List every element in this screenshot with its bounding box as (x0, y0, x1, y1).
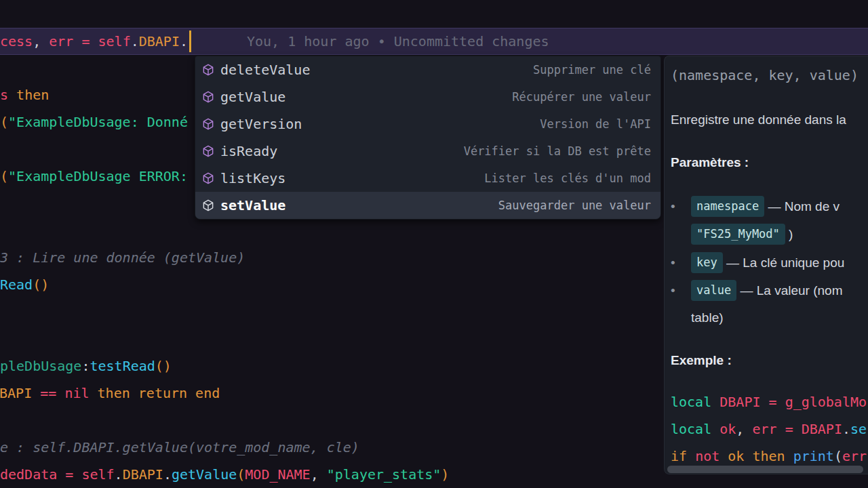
method-description: Enregistre une donnée dans la (671, 110, 846, 129)
suggestion-docs-panel: (namespace, key, value) Enregistre une d… (664, 56, 868, 474)
param-item: •namespace — Nom de v (671, 196, 840, 215)
code-line-comment: e : self.DBAPI.getValue(votre_mod_name, … (0, 434, 359, 461)
param-item-continuation: table) (671, 308, 724, 327)
code-line: ("ExampleDbUsage: Donné (0, 108, 188, 136)
bullet-icon: • (671, 253, 691, 272)
code-line: ("ExampleDbUsage ERROR: (0, 163, 188, 190)
method-cube-icon (202, 199, 214, 211)
example-code-line: local ok, err = DBAPI.se (671, 420, 867, 439)
example-code-line: local DBAPI = g_globalMo (671, 392, 867, 411)
code-line: DBAPI == nil then return end (0, 380, 220, 407)
suggestion-label: deleteValue (220, 62, 310, 78)
param-example-chip: "FS25_MyMod" (691, 224, 785, 245)
param-item: •value — La valeur (nom (671, 280, 842, 299)
suggestion-item[interactable]: listKeys Lister les clés d'un mod (195, 165, 660, 192)
method-cube-icon (202, 145, 214, 157)
code-editor: s then ("ExampleDbUsage: Donné ("Example… (0, 0, 868, 488)
bullet-icon: • (671, 281, 691, 300)
code-line: dedData = self.DBAPI.getValue(MOD_NAME, … (0, 461, 449, 488)
param-text: — La valeur (nom (736, 283, 842, 298)
method-cube-icon (202, 91, 214, 103)
suggestion-item[interactable]: deleteValue Supprimer une clé (195, 56, 660, 83)
text-cursor (189, 30, 191, 52)
param-text: table) (691, 310, 724, 325)
suggestion-label: isReady (220, 143, 277, 159)
suggestion-detail: Lister les clés d'un mod (484, 171, 651, 185)
suggestion-item[interactable]: getVersion Version de l'API (195, 110, 660, 138)
method-cube-icon (202, 64, 214, 76)
code-line: Read() (0, 271, 49, 298)
code-line-comment: 3 : Lire une donnée (getValue) (0, 244, 245, 271)
params-header: Paramètres : (671, 153, 749, 172)
suggestion-detail: Vérifier si la DB est prête (464, 144, 651, 158)
suggestion-item[interactable]: getValue Récupérer une valeur (195, 83, 660, 110)
example-code-line: if not ok then print(err (671, 447, 867, 466)
suggestion-item[interactable]: isReady Vérifier si la DB est prête (195, 138, 660, 165)
suggestion-item[interactable]: setValue Sauvegarder une valeur (195, 192, 660, 219)
method-signature: (namespace, key, value) (671, 66, 859, 85)
method-cube-icon (202, 172, 214, 184)
code-line: s then (0, 81, 49, 108)
suggestion-detail: Supprimer une clé (533, 63, 651, 77)
example-header: Exemple : (671, 351, 732, 370)
param-name-chip: value (691, 280, 736, 301)
bullet-icon: • (671, 197, 691, 216)
current-line-highlight: cess, err = self.DBAPI. You, 1 hour ago … (0, 28, 868, 55)
docs-horizontal-scrollbar[interactable] (667, 466, 863, 473)
code-line: pleDbUsage:testRead() (0, 352, 172, 380)
param-name-chip: key (691, 252, 723, 273)
current-line-code: cess, err = self.DBAPI. (0, 28, 188, 55)
method-cube-icon (202, 118, 214, 130)
suggestions-list[interactable]: deleteValue Supprimer une clé getValue R… (195, 56, 661, 220)
param-item: •key — La clé unique pou (671, 252, 844, 271)
param-item-continuation: "FS25_MyMod" ) (671, 224, 793, 243)
git-blame-annotation: You, 1 hour ago • Uncommitted changes (247, 28, 549, 55)
suggestion-label: getValue (220, 89, 285, 105)
suggestion-detail: Sauvegarder une valeur (498, 199, 651, 212)
suggestion-detail: Récupérer une valeur (512, 90, 651, 104)
param-text: — La clé unique pou (723, 256, 845, 270)
suggestion-label: setValue (220, 197, 285, 214)
suggestion-label: getVersion (220, 116, 302, 132)
suggestion-detail: Version de l'API (540, 117, 651, 131)
param-text: ) (785, 227, 793, 241)
suggestion-label: listKeys (220, 170, 285, 186)
param-name-chip: namespace (691, 196, 764, 217)
param-text: — Nom de v (764, 199, 840, 214)
